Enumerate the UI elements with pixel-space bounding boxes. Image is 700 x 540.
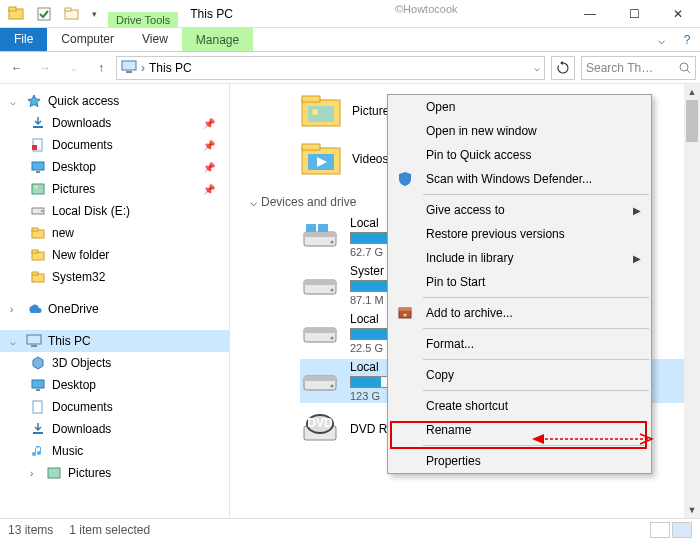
address-dropdown-icon[interactable]: ⌵	[534, 62, 540, 73]
forward-button[interactable]: →	[32, 55, 58, 81]
expand-icon[interactable]: ⌵	[10, 96, 20, 107]
nav-item-documents-2[interactable]: Documents	[0, 396, 229, 418]
menu-scan-defender[interactable]: Scan with Windows Defender...	[388, 167, 651, 191]
music-icon	[30, 443, 46, 459]
downloads-icon	[30, 115, 46, 131]
scroll-down-icon[interactable]: ▼	[684, 502, 700, 518]
nav-this-pc[interactable]: ⌵This PC	[0, 330, 229, 352]
nav-item-documents[interactable]: Documents📌	[0, 134, 229, 156]
svg-rect-58	[399, 308, 411, 311]
folder-icon	[30, 269, 46, 285]
folder-label: Videos	[352, 152, 388, 166]
drive-tools-contextual-label: Drive Tools	[108, 12, 178, 28]
refresh-button[interactable]	[551, 56, 575, 80]
svg-point-45	[331, 289, 334, 292]
recent-locations-icon[interactable]: ⌵	[60, 55, 86, 81]
nav-item-pictures[interactable]: Pictures📌	[0, 178, 229, 200]
menu-pin-start[interactable]: Pin to Start	[388, 270, 651, 294]
pictures-folder-icon	[300, 92, 342, 130]
svg-rect-44	[304, 280, 336, 285]
tab-manage[interactable]: Manage	[182, 28, 253, 51]
pin-icon: 📌	[203, 184, 215, 195]
nav-item-music[interactable]: Music	[0, 440, 229, 462]
svg-rect-36	[302, 144, 320, 150]
nav-item-desktop-2[interactable]: Desktop	[0, 374, 229, 396]
menu-open-new-window[interactable]: Open in new window	[388, 119, 651, 143]
svg-point-17	[41, 210, 43, 212]
menu-add-archive[interactable]: Add to archive...	[388, 301, 651, 325]
nav-onedrive[interactable]: ›OneDrive	[0, 298, 229, 320]
menu-properties[interactable]: Properties	[388, 449, 651, 473]
up-button[interactable]: ↑	[88, 55, 114, 81]
view-details-button[interactable]	[650, 522, 670, 538]
nav-item-new-folder[interactable]: New folder	[0, 244, 229, 266]
svg-rect-9	[33, 126, 43, 128]
shield-icon	[396, 170, 414, 188]
status-selection: 1 item selected	[69, 523, 150, 537]
nav-item-desktop[interactable]: Desktop📌	[0, 156, 229, 178]
help-icon[interactable]: ?	[674, 28, 700, 51]
documents-icon	[30, 137, 46, 153]
address-bar[interactable]: › This PC ⌵	[116, 56, 545, 80]
nav-item-local-disk-e[interactable]: Local Disk (E:)	[0, 200, 229, 222]
svg-rect-23	[32, 272, 38, 275]
pictures-icon	[46, 465, 62, 481]
nav-item-new[interactable]: new	[0, 222, 229, 244]
svg-rect-13	[36, 171, 40, 173]
close-button[interactable]: ✕	[656, 0, 700, 28]
quick-access-node[interactable]: ⌵ Quick access	[0, 90, 229, 112]
back-button[interactable]: ←	[4, 55, 30, 81]
menu-open[interactable]: Open	[388, 95, 651, 119]
title-bar: ▾ Drive Tools This PC ©Howtocook — ☐ ✕	[0, 0, 700, 28]
desktop-icon	[30, 377, 46, 393]
nav-item-3d-objects[interactable]: 3D Objects	[0, 352, 229, 374]
search-box[interactable]: Search Th…	[581, 56, 696, 80]
qat-customize-icon[interactable]: ▾	[88, 4, 100, 24]
expand-icon[interactable]: ›	[30, 468, 40, 479]
nav-item-downloads[interactable]: Downloads📌	[0, 112, 229, 134]
menu-give-access-to[interactable]: Give access to▶	[388, 198, 651, 222]
nav-item-pictures-2[interactable]: ›Pictures	[0, 462, 229, 484]
menu-rename[interactable]: Rename	[388, 418, 651, 442]
svg-point-15	[35, 186, 38, 189]
svg-rect-30	[48, 468, 60, 478]
ribbon-collapse-icon[interactable]: ⌵	[648, 28, 674, 51]
menu-pin-quick-access[interactable]: Pin to Quick access	[388, 143, 651, 167]
svg-rect-29	[33, 432, 43, 434]
svg-rect-5	[122, 61, 136, 70]
tab-view[interactable]: View	[128, 28, 182, 51]
svg-rect-1	[9, 7, 16, 11]
expand-icon[interactable]: ›	[10, 304, 20, 315]
drive-icon	[300, 220, 340, 254]
maximize-button[interactable]: ☐	[612, 0, 656, 28]
dvd-drive-icon: DVD	[300, 412, 340, 446]
address-segment[interactable]: This PC	[149, 61, 192, 75]
navigation-pane[interactable]: ⌵ Quick access Downloads📌 Documents📌 Des…	[0, 84, 230, 518]
window-title: This PC	[190, 7, 568, 21]
menu-restore-versions[interactable]: Restore previous versions	[388, 222, 651, 246]
svg-point-40	[331, 241, 334, 244]
videos-folder-icon	[300, 140, 342, 178]
pc-icon	[26, 333, 42, 349]
svg-rect-50	[304, 376, 336, 381]
menu-format[interactable]: Format...	[388, 332, 651, 356]
contextual-tab-header: Drive Tools	[108, 0, 178, 28]
minimize-button[interactable]: —	[568, 0, 612, 28]
scroll-up-icon[interactable]: ▲	[684, 84, 700, 100]
menu-include-library[interactable]: Include in library▶	[388, 246, 651, 270]
scroll-thumb[interactable]	[686, 100, 698, 142]
qat-new-folder-icon[interactable]	[60, 4, 84, 24]
view-tiles-button[interactable]	[672, 522, 692, 538]
menu-copy[interactable]: Copy	[388, 363, 651, 387]
nav-item-downloads-2[interactable]: Downloads	[0, 418, 229, 440]
tab-computer[interactable]: Computer	[47, 28, 128, 51]
qat-properties-icon[interactable]	[32, 4, 56, 24]
menu-create-shortcut[interactable]: Create shortcut	[388, 394, 651, 418]
search-icon	[679, 62, 691, 74]
nav-item-system32[interactable]: System32	[0, 266, 229, 288]
svg-rect-26	[32, 380, 44, 388]
svg-rect-25	[31, 345, 37, 347]
vertical-scrollbar[interactable]: ▲ ▼	[684, 84, 700, 518]
expand-icon[interactable]: ⌵	[10, 336, 20, 347]
tab-file[interactable]: File	[0, 28, 47, 51]
